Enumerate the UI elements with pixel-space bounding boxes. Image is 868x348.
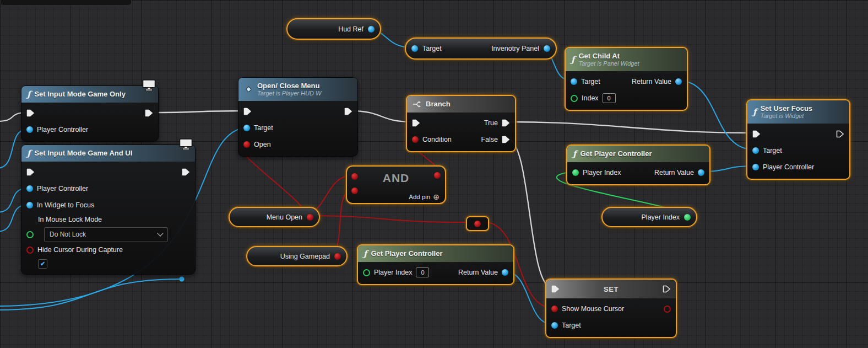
using-gamepad-label: Using Gamepad: [280, 253, 330, 260]
open-label: Open: [254, 141, 271, 148]
node-set-input-mode-game-only[interactable]: ƒSet Input Mode Game OnlyPlayer Controll…: [21, 85, 159, 142]
node-branch[interactable]: BranchTrueConditionFalse: [406, 95, 516, 152]
node-row: ✔: [21, 256, 195, 271]
node-hud-ref[interactable]: Hud Ref: [286, 18, 381, 40]
player-controller-pin-icon[interactable]: [752, 164, 759, 170]
wire-endpoint-dot: [180, 277, 185, 282]
wire-exec-game-only-to-open-close[interactable]: [150, 111, 245, 113]
open-pin-icon[interactable]: [243, 141, 250, 148]
player-index-pin-icon[interactable]: [363, 269, 370, 276]
function-icon: ƒ: [571, 55, 574, 65]
and-input-2-pin-icon[interactable]: [351, 188, 358, 194]
node-player-index[interactable]: Player Index: [601, 207, 697, 227]
exec-pin-icon[interactable]: [836, 130, 844, 138]
exec-pin-icon[interactable]: [412, 119, 420, 127]
player-controller-pin-icon[interactable]: [26, 126, 33, 133]
hud-ref-label: Hud Ref: [338, 25, 364, 33]
node-title: Get Child At: [578, 52, 639, 60]
return-value-pin-icon[interactable]: [675, 78, 682, 85]
wire-exec-branch-true-to-set-user-focus[interactable]: [507, 122, 753, 133]
menu-open-pin-icon[interactable]: [307, 214, 313, 221]
false-exec-pin-icon[interactable]: [502, 136, 510, 143]
and-label: AND: [347, 172, 445, 185]
player-index-label: Player Index: [642, 213, 680, 221]
node-menu-open[interactable]: Menu Open: [229, 207, 320, 227]
node-inventory-panel[interactable]: TargetInvenotry Panel: [405, 38, 557, 60]
enum-pin-icon[interactable]: [26, 231, 34, 238]
invenotry-panel-label: Invenotry Panel: [491, 45, 539, 52]
node-row: TargetReturn Value: [566, 73, 687, 90]
player-index-value-box[interactable]: 0: [416, 267, 429, 277]
hide-cursor-checkbox[interactable]: ✔: [38, 259, 47, 269]
node-open-close-menu[interactable]: Open/ Close MenuTarget is Player HUD WTa…: [238, 77, 358, 157]
and-input-1-pin-icon[interactable]: [351, 173, 358, 180]
node-row: Target: [546, 317, 676, 334]
node-set-input-mode-game-and-ui[interactable]: ƒSet Input Mode Game And UIPlayer Contro…: [21, 144, 196, 275]
exec-pin-icon[interactable]: [182, 168, 190, 176]
exec-pin-icon[interactable]: [344, 108, 352, 115]
target-pin-icon[interactable]: [571, 78, 577, 85]
node-get-child-at[interactable]: ƒGet Child AtTarget is Panel WidgetTarge…: [565, 47, 688, 111]
invenotry-panel-pin-icon[interactable]: [544, 45, 550, 52]
true-exec-pin-icon[interactable]: [502, 119, 510, 127]
wire-get-child-at-to-set-user-focus-target[interactable]: [679, 81, 753, 149]
index-pin-icon[interactable]: [571, 95, 578, 102]
blueprint-graph-canvas[interactable]: ƒSet Input Mode Game OnlyPlayer Controll…: [0, 0, 868, 348]
reroute-pin-icon[interactable]: [474, 221, 481, 227]
function-icon: ƒ: [364, 249, 367, 259]
using-gamepad-pin-icon[interactable]: [334, 253, 341, 260]
index-value-box[interactable]: 0: [603, 93, 616, 103]
add-pin-button[interactable]: Add pin⊕: [409, 193, 440, 201]
function-call-icon: [244, 85, 253, 93]
node-row: [21, 164, 195, 180]
exec-pin-icon[interactable]: [752, 130, 761, 138]
node-reroute[interactable]: [466, 216, 489, 231]
target-pin-icon[interactable]: [551, 322, 558, 329]
player-index-pin-icon[interactable]: [572, 169, 579, 176]
node-row: True: [407, 115, 515, 131]
target-pin-icon[interactable]: [411, 45, 418, 52]
node-header: Branch: [407, 96, 515, 113]
node-get-player-controller-bottom[interactable]: ƒGet Player ControllerPlayer Index0Retur…: [357, 244, 514, 285]
node-title: Set Input Mode Game And UI: [34, 149, 132, 157]
in-widget-to-focus-label: In Widget to Focus: [37, 201, 94, 209]
node-using-gamepad[interactable]: Using Gamepad: [246, 246, 348, 266]
exec-pin-icon[interactable]: [145, 109, 153, 117]
node-title: Get Player Controller: [580, 149, 652, 158]
return-value-pin-icon[interactable]: [698, 169, 704, 176]
wire-exec-open-close-to-branch[interactable]: [350, 111, 413, 122]
player-controller-pin-icon[interactable]: [26, 185, 33, 192]
show-mouse-cursor-pin-icon[interactable]: [551, 306, 558, 312]
bool-pin-icon[interactable]: [664, 306, 671, 313]
target-pin-icon[interactable]: [752, 147, 759, 154]
exec-pin-icon[interactable]: [26, 109, 35, 117]
exec-pin-icon[interactable]: [26, 168, 35, 176]
node-row: Player Controller: [21, 180, 195, 197]
node-row: [747, 126, 849, 142]
false-label: False: [481, 136, 498, 143]
node-set-user-focus[interactable]: ƒSet User FocusTarget is WidgetTargetPla…: [746, 99, 850, 180]
return-value-label: Return Value: [632, 78, 671, 85]
hud-ref-pin-icon[interactable]: [368, 26, 375, 33]
exec-pin-icon[interactable]: [243, 108, 252, 115]
node-row: Player Index0Return Value: [358, 264, 513, 281]
node-row: In Widget to Focus: [21, 197, 195, 213]
node-header: ƒSet User FocusTarget is Widget: [747, 100, 849, 124]
in-widget-to-focus-pin-icon[interactable]: [26, 202, 33, 208]
condition-pin-icon[interactable]: [412, 136, 419, 143]
wire-menu-open-to-reroute[interactable]: [300, 216, 468, 222]
hide-cursor-during-capture-pin-icon[interactable]: [26, 247, 34, 254]
player-index-label: Player Index: [374, 269, 412, 276]
node-set-show-mouse-cursor[interactable]: SETShow Mouse CursorTarget: [545, 279, 677, 338]
target-pin-icon[interactable]: [243, 125, 250, 131]
mouse-lock-mode-dropdown[interactable]: Do Not Lock: [44, 227, 168, 242]
node-title: Set Input Mode Game Only: [34, 90, 125, 98]
return-value-pin-icon[interactable]: [502, 269, 508, 276]
node-and-gate[interactable]: ANDAdd pin⊕: [346, 165, 446, 204]
player-index-pin-icon[interactable]: [684, 214, 691, 221]
player-controller-label: Player Controller: [37, 185, 88, 192]
node-header: Open/ Close MenuTarget is Player HUD W: [238, 78, 357, 101]
and-output-pin-icon[interactable]: [434, 172, 441, 179]
node-get-player-controller-right[interactable]: ƒGet Player ControllerPlayer IndexReturn…: [566, 144, 710, 185]
node-row: In Mouse Lock Mode: [21, 213, 195, 226]
